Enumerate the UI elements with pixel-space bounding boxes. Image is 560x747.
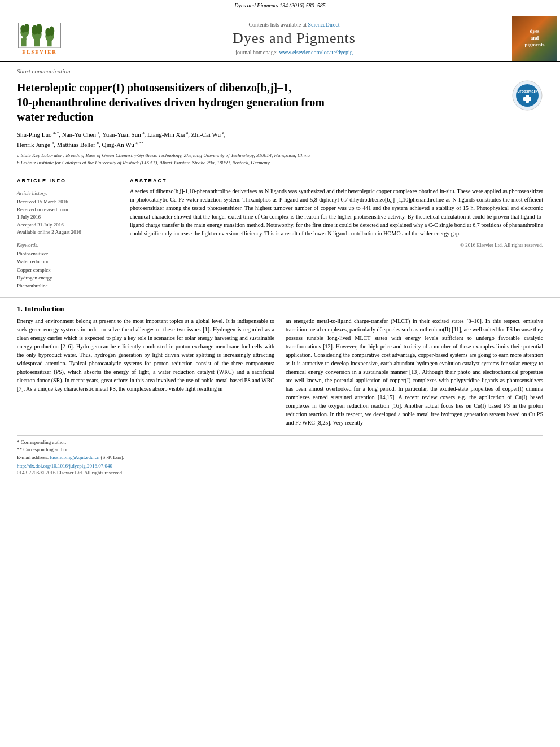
header-right: dyesandpigments bbox=[509, 16, 560, 61]
svg-rect-0 bbox=[21, 38, 26, 46]
corresponding-1: * Corresponding author. bbox=[17, 439, 543, 447]
footer-divider bbox=[17, 435, 543, 436]
footer-doi: http://dx.doi.org/10.1016/j.dyepig.2016.… bbox=[17, 463, 543, 469]
email-label: E-mail address: bbox=[17, 455, 49, 460]
keyword-2: Water reduction bbox=[17, 257, 119, 265]
intro-col-right: an energetic metal-to-ligand charge-tran… bbox=[286, 317, 543, 427]
affiliations: a State Key Laboratory Breeding Base of … bbox=[17, 152, 543, 166]
introduction-section: 1. Introduction Energy and environment b… bbox=[0, 304, 560, 427]
article-title-text: Heteroleptic copper(I) photosensitizers … bbox=[17, 81, 325, 123]
crossmark-badge: CrossMark bbox=[512, 80, 543, 111]
article-info-column: ARTICLE INFO Article history: Received 1… bbox=[17, 178, 119, 290]
header-left: ELSEVIER bbox=[0, 16, 79, 61]
svg-point-12 bbox=[49, 26, 54, 36]
intro-col-left: Energy and environment belong at present… bbox=[17, 317, 274, 427]
abstract-copyright: © 2016 Elsevier Ltd. All rights reserved… bbox=[130, 242, 543, 248]
abstract-text: A series of dibenzo[b,j]-1,10-phenanthro… bbox=[130, 187, 543, 238]
svg-rect-18 bbox=[523, 97, 531, 101]
intro-heading: 1. Introduction bbox=[17, 304, 543, 313]
header-area: ELSEVIER Contents lists available at Sci… bbox=[0, 10, 560, 62]
affil-b: b Leibniz Institute for Catalysis at the… bbox=[17, 159, 543, 167]
svg-point-8 bbox=[36, 23, 42, 34]
article-title: Heteroleptic copper(I) photosensitizers … bbox=[17, 80, 543, 124]
journal-bar-text: Dyes and Pigments 134 (2016) 580–585 bbox=[234, 2, 325, 8]
footer-copyright: 0143-7208/© 2016 Elsevier Ltd. All right… bbox=[17, 470, 543, 475]
main-content: Heteroleptic copper(I) photosensitizers … bbox=[0, 80, 560, 290]
svg-text:CrossMark: CrossMark bbox=[517, 89, 537, 93]
thumb-text: dyesandpigments bbox=[524, 28, 544, 48]
homepage-url[interactable]: www.elsevier.com/locate/dyepig bbox=[279, 49, 352, 55]
section-divider bbox=[0, 297, 560, 298]
intro-two-col: Energy and environment belong at present… bbox=[17, 317, 543, 427]
affil-a: a State Key Laboratory Breeding Base of … bbox=[17, 152, 543, 159]
keyword-5: Phenanthroline bbox=[17, 282, 119, 290]
article-type: Short communication bbox=[0, 62, 560, 77]
journal-title: Dyes and Pigments bbox=[233, 30, 356, 47]
journal-bar: Dyes and Pigments 134 (2016) 580–585 bbox=[0, 0, 560, 10]
received-revised-date: 1 July 2016 bbox=[17, 213, 119, 221]
elsevier-text: ELSEVIER bbox=[22, 49, 57, 55]
received-revised-label: Received in revised form bbox=[17, 206, 119, 214]
doi-link[interactable]: http://dx.doi.org/10.1016/j.dyepig.2016.… bbox=[17, 463, 112, 469]
article-info-label: ARTICLE INFO bbox=[17, 178, 119, 184]
page: Dyes and Pigments 134 (2016) 580–585 bbox=[0, 0, 560, 475]
sciencedirect-link[interactable]: ScienceDirect bbox=[308, 21, 339, 28]
keywords-label: Keywords: bbox=[17, 242, 119, 248]
footer-section: * Corresponding author. ** Corresponding… bbox=[0, 435, 560, 476]
keywords-section: Keywords: Photosensitizer Water reductio… bbox=[17, 242, 119, 290]
elsevier-logo-icon bbox=[17, 23, 62, 48]
keyword-3: Copper complex bbox=[17, 266, 119, 274]
abstract-column: ABSTRACT A series of dibenzo[b,j]-1,10-p… bbox=[130, 178, 543, 290]
abstract-label: ABSTRACT bbox=[130, 178, 543, 184]
history-label: Article history: bbox=[17, 190, 119, 196]
svg-point-4 bbox=[24, 23, 29, 32]
authors-line: Shu-Ping Luo a, *, Nan-Yu Chen a, Yuan-Y… bbox=[17, 130, 543, 150]
contents-line: Contents lists available at ScienceDirec… bbox=[248, 21, 339, 28]
keyword-1: Photosensitizer bbox=[17, 250, 119, 257]
article-info-abstract: ARTICLE INFO Article history: Received 1… bbox=[17, 172, 543, 290]
journal-thumbnail: dyesandpigments bbox=[512, 16, 557, 61]
footer-email: E-mail address: luoshuping@zjut.edu.cn (… bbox=[17, 454, 543, 462]
email-link[interactable]: luoshuping@zjut.edu.cn bbox=[50, 455, 99, 460]
journal-homepage: journal homepage: www.elsevier.com/locat… bbox=[235, 49, 353, 55]
available-online: Available online 2 August 2016 bbox=[17, 229, 119, 237]
header-center: Contents lists available at ScienceDirec… bbox=[79, 16, 509, 61]
keyword-4: Hydrogen energy bbox=[17, 274, 119, 282]
article-info-box: Article history: Received 15 March 2016 … bbox=[17, 187, 119, 237]
corresponding-2: ** Corresponding author. bbox=[17, 446, 543, 454]
crossmark-icon: CrossMark bbox=[512, 80, 543, 111]
homepage-prefix: journal homepage: bbox=[235, 49, 278, 55]
accepted-date: Accepted 31 July 2016 bbox=[17, 221, 119, 229]
received-date: Received 15 March 2016 bbox=[17, 198, 119, 206]
contents-prefix: Contents lists available at bbox=[248, 21, 306, 28]
email-name: (S.-P. Luo). bbox=[101, 455, 125, 460]
